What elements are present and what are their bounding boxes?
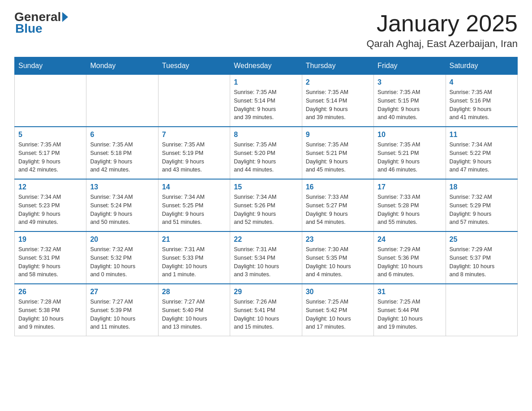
day-number: 25 bbox=[450, 235, 514, 244]
day-number: 23 bbox=[306, 235, 370, 244]
page-header: General Blue January 2025 Qarah Aghaj, E… bbox=[14, 11, 518, 50]
title-block: January 2025 Qarah Aghaj, East Azerbaija… bbox=[366, 11, 518, 50]
calendar-cell: 7Sunrise: 7:35 AM Sunset: 5:19 PM Daylig… bbox=[158, 127, 230, 179]
calendar-cell: 14Sunrise: 7:34 AM Sunset: 5:25 PM Dayli… bbox=[158, 179, 230, 231]
calendar-cell bbox=[158, 75, 230, 127]
weekday-header-wednesday: Wednesday bbox=[230, 57, 302, 75]
calendar-cell: 10Sunrise: 7:35 AM Sunset: 5:21 PM Dayli… bbox=[374, 127, 446, 179]
day-number: 29 bbox=[234, 288, 298, 296]
calendar-cell: 13Sunrise: 7:34 AM Sunset: 5:24 PM Dayli… bbox=[86, 179, 158, 231]
calendar-cell: 26Sunrise: 7:28 AM Sunset: 5:38 PM Dayli… bbox=[15, 284, 86, 336]
day-info: Sunrise: 7:30 AM Sunset: 5:35 PM Dayligh… bbox=[306, 245, 370, 279]
day-info: Sunrise: 7:35 AM Sunset: 5:14 PM Dayligh… bbox=[306, 88, 370, 122]
calendar-cell bbox=[15, 75, 86, 127]
week-row-4: 19Sunrise: 7:32 AM Sunset: 5:31 PM Dayli… bbox=[15, 231, 518, 284]
day-number: 30 bbox=[306, 288, 370, 296]
day-number: 12 bbox=[18, 183, 82, 191]
week-row-2: 5Sunrise: 7:35 AM Sunset: 5:17 PM Daylig… bbox=[15, 127, 518, 179]
day-number: 16 bbox=[306, 183, 370, 191]
calendar-cell: 30Sunrise: 7:25 AM Sunset: 5:42 PM Dayli… bbox=[302, 284, 373, 336]
day-info: Sunrise: 7:27 AM Sunset: 5:39 PM Dayligh… bbox=[90, 298, 154, 331]
day-number: 17 bbox=[378, 183, 442, 191]
calendar-cell: 23Sunrise: 7:30 AM Sunset: 5:35 PM Dayli… bbox=[302, 231, 373, 284]
day-info: Sunrise: 7:32 AM Sunset: 5:31 PM Dayligh… bbox=[18, 245, 82, 279]
calendar-cell: 4Sunrise: 7:35 AM Sunset: 5:16 PM Daylig… bbox=[446, 75, 517, 127]
day-number: 19 bbox=[18, 235, 82, 244]
day-number: 3 bbox=[378, 78, 442, 86]
day-number: 6 bbox=[90, 131, 154, 139]
calendar-cell: 2Sunrise: 7:35 AM Sunset: 5:14 PM Daylig… bbox=[302, 75, 373, 127]
calendar-cell: 12Sunrise: 7:34 AM Sunset: 5:23 PM Dayli… bbox=[15, 179, 86, 231]
calendar-cell: 18Sunrise: 7:32 AM Sunset: 5:29 PM Dayli… bbox=[446, 179, 517, 231]
logo-blue-text: Blue bbox=[15, 21, 43, 35]
weekday-header-row: SundayMondayTuesdayWednesdayThursdayFrid… bbox=[15, 57, 518, 75]
day-info: Sunrise: 7:34 AM Sunset: 5:25 PM Dayligh… bbox=[162, 193, 226, 227]
weekday-header-saturday: Saturday bbox=[446, 57, 517, 75]
day-number: 10 bbox=[378, 131, 442, 139]
logo: General Blue bbox=[14, 11, 69, 36]
day-info: Sunrise: 7:31 AM Sunset: 5:33 PM Dayligh… bbox=[162, 245, 226, 279]
day-info: Sunrise: 7:33 AM Sunset: 5:28 PM Dayligh… bbox=[378, 193, 442, 227]
main-title: January 2025 bbox=[366, 11, 518, 36]
day-info: Sunrise: 7:32 AM Sunset: 5:32 PM Dayligh… bbox=[90, 245, 154, 279]
calendar-cell: 25Sunrise: 7:29 AM Sunset: 5:37 PM Dayli… bbox=[446, 231, 517, 284]
day-info: Sunrise: 7:31 AM Sunset: 5:34 PM Dayligh… bbox=[234, 245, 298, 279]
day-number: 13 bbox=[90, 183, 154, 191]
day-info: Sunrise: 7:25 AM Sunset: 5:44 PM Dayligh… bbox=[378, 298, 442, 331]
day-number: 22 bbox=[234, 235, 298, 244]
calendar-cell: 21Sunrise: 7:31 AM Sunset: 5:33 PM Dayli… bbox=[158, 231, 230, 284]
day-number: 1 bbox=[234, 78, 298, 86]
location-subtitle: Qarah Aghaj, East Azerbaijan, Iran bbox=[366, 38, 518, 50]
weekday-header-thursday: Thursday bbox=[302, 57, 373, 75]
day-number: 5 bbox=[18, 131, 82, 139]
day-info: Sunrise: 7:29 AM Sunset: 5:37 PM Dayligh… bbox=[450, 245, 514, 279]
day-number: 4 bbox=[450, 78, 514, 86]
calendar-cell bbox=[446, 284, 517, 336]
calendar-cell: 1Sunrise: 7:35 AM Sunset: 5:14 PM Daylig… bbox=[230, 75, 302, 127]
week-row-1: 1Sunrise: 7:35 AM Sunset: 5:14 PM Daylig… bbox=[15, 75, 518, 127]
logo-arrow-icon bbox=[62, 12, 68, 22]
weekday-header-sunday: Sunday bbox=[15, 57, 86, 75]
day-info: Sunrise: 7:35 AM Sunset: 5:16 PM Dayligh… bbox=[450, 88, 514, 122]
day-info: Sunrise: 7:35 AM Sunset: 5:17 PM Dayligh… bbox=[18, 141, 82, 174]
day-info: Sunrise: 7:34 AM Sunset: 5:22 PM Dayligh… bbox=[450, 141, 514, 174]
day-info: Sunrise: 7:35 AM Sunset: 5:20 PM Dayligh… bbox=[234, 141, 298, 174]
day-number: 21 bbox=[162, 235, 226, 244]
day-info: Sunrise: 7:35 AM Sunset: 5:14 PM Dayligh… bbox=[234, 88, 298, 122]
calendar-cell: 19Sunrise: 7:32 AM Sunset: 5:31 PM Dayli… bbox=[15, 231, 86, 284]
day-info: Sunrise: 7:32 AM Sunset: 5:29 PM Dayligh… bbox=[450, 193, 514, 227]
calendar-cell: 9Sunrise: 7:35 AM Sunset: 5:21 PM Daylig… bbox=[302, 127, 373, 179]
day-info: Sunrise: 7:34 AM Sunset: 5:23 PM Dayligh… bbox=[18, 193, 82, 227]
weekday-header-tuesday: Tuesday bbox=[158, 57, 230, 75]
calendar-cell: 29Sunrise: 7:26 AM Sunset: 5:41 PM Dayli… bbox=[230, 284, 302, 336]
weekday-header-friday: Friday bbox=[374, 57, 446, 75]
week-row-3: 12Sunrise: 7:34 AM Sunset: 5:23 PM Dayli… bbox=[15, 179, 518, 231]
day-info: Sunrise: 7:33 AM Sunset: 5:27 PM Dayligh… bbox=[306, 193, 370, 227]
calendar-cell: 16Sunrise: 7:33 AM Sunset: 5:27 PM Dayli… bbox=[302, 179, 373, 231]
calendar-cell: 17Sunrise: 7:33 AM Sunset: 5:28 PM Dayli… bbox=[374, 179, 446, 231]
day-number: 9 bbox=[306, 131, 370, 139]
day-info: Sunrise: 7:28 AM Sunset: 5:38 PM Dayligh… bbox=[18, 298, 82, 331]
day-info: Sunrise: 7:35 AM Sunset: 5:21 PM Dayligh… bbox=[378, 141, 442, 174]
calendar-cell: 28Sunrise: 7:27 AM Sunset: 5:40 PM Dayli… bbox=[158, 284, 230, 336]
day-number: 26 bbox=[18, 288, 82, 296]
calendar-cell: 15Sunrise: 7:34 AM Sunset: 5:26 PM Dayli… bbox=[230, 179, 302, 231]
day-info: Sunrise: 7:26 AM Sunset: 5:41 PM Dayligh… bbox=[234, 298, 298, 331]
calendar-cell: 31Sunrise: 7:25 AM Sunset: 5:44 PM Dayli… bbox=[374, 284, 446, 336]
day-number: 2 bbox=[306, 78, 370, 86]
day-number: 7 bbox=[162, 131, 226, 139]
day-number: 8 bbox=[234, 131, 298, 139]
day-number: 27 bbox=[90, 288, 154, 296]
calendar-cell: 27Sunrise: 7:27 AM Sunset: 5:39 PM Dayli… bbox=[86, 284, 158, 336]
day-info: Sunrise: 7:35 AM Sunset: 5:18 PM Dayligh… bbox=[90, 141, 154, 174]
day-number: 28 bbox=[162, 288, 226, 296]
day-info: Sunrise: 7:27 AM Sunset: 5:40 PM Dayligh… bbox=[162, 298, 226, 331]
calendar-cell: 20Sunrise: 7:32 AM Sunset: 5:32 PM Dayli… bbox=[86, 231, 158, 284]
day-info: Sunrise: 7:29 AM Sunset: 5:36 PM Dayligh… bbox=[378, 245, 442, 279]
day-info: Sunrise: 7:35 AM Sunset: 5:19 PM Dayligh… bbox=[162, 141, 226, 174]
calendar-cell: 6Sunrise: 7:35 AM Sunset: 5:18 PM Daylig… bbox=[86, 127, 158, 179]
week-row-5: 26Sunrise: 7:28 AM Sunset: 5:38 PM Dayli… bbox=[15, 284, 518, 336]
calendar-cell: 24Sunrise: 7:29 AM Sunset: 5:36 PM Dayli… bbox=[374, 231, 446, 284]
calendar-cell: 22Sunrise: 7:31 AM Sunset: 5:34 PM Dayli… bbox=[230, 231, 302, 284]
weekday-header-monday: Monday bbox=[86, 57, 158, 75]
